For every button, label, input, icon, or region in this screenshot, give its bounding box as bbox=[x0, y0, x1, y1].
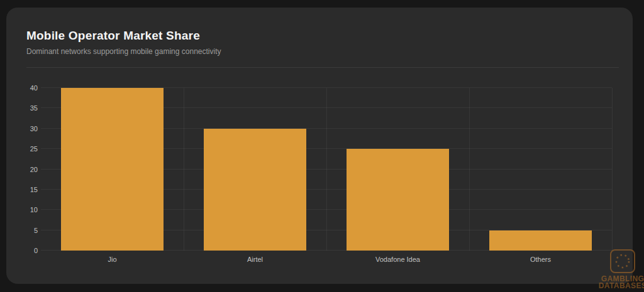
y-tick-label: 20 bbox=[30, 166, 38, 173]
y-tick-label: 35 bbox=[30, 104, 38, 112]
casino-chip-icon bbox=[609, 249, 636, 274]
y-tick-label: 30 bbox=[30, 125, 38, 132]
y-tick-label: 15 bbox=[30, 186, 38, 193]
v-gridline bbox=[326, 88, 327, 251]
watermark: GAMBLING DATABASES bbox=[596, 249, 644, 289]
bar-jio bbox=[61, 88, 164, 251]
y-tick-label: 25 bbox=[30, 145, 38, 153]
v-gridline bbox=[184, 88, 184, 251]
x-axis-label: Jio bbox=[41, 256, 184, 264]
header-divider bbox=[26, 67, 619, 68]
v-gridline bbox=[612, 88, 613, 251]
y-axis: 0510152025303540 bbox=[6, 88, 38, 251]
y-tick-label: 10 bbox=[30, 206, 38, 214]
chart-header: Mobile Operator Market Share Dominant ne… bbox=[26, 29, 618, 56]
x-axis-label: Others bbox=[469, 256, 612, 264]
v-gridline bbox=[469, 88, 470, 251]
bar-others bbox=[489, 230, 592, 251]
bar-vodafone-idea bbox=[347, 149, 449, 251]
y-tick-label: 0 bbox=[34, 247, 38, 254]
chart-card: Mobile Operator Market Share Dominant ne… bbox=[6, 8, 633, 284]
x-axis-label: Vodafone Idea bbox=[326, 256, 469, 264]
y-tick-label: 40 bbox=[30, 84, 38, 92]
x-axis-label: Airtel bbox=[184, 256, 326, 264]
chart-subtitle: Dominant networks supporting mobile gami… bbox=[26, 47, 618, 56]
chart-title: Mobile Operator Market Share bbox=[26, 29, 618, 43]
plot-area: JioAirtelVodafone IdeaOthers bbox=[41, 88, 612, 251]
watermark-line2: DATABASES bbox=[596, 283, 644, 289]
y-tick-label: 5 bbox=[34, 227, 38, 234]
bar-airtel bbox=[204, 129, 306, 251]
